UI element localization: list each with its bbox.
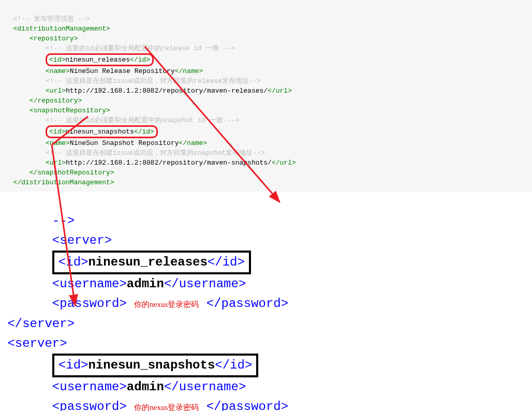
comment: !-- 这里的id必须要和全局配置中的release id 一致 --	[50, 45, 231, 52]
hint-text: 你的nexus登录密码	[134, 403, 199, 411]
highlight-snapshots-id: <id>ninesun_snapshots</id>	[46, 125, 158, 138]
settings-xml-snippet: --> <server> <id>ninesun_releases</id> <…	[0, 192, 532, 411]
comment: !-- 发布管理信息 --	[17, 15, 86, 23]
comment: !-- 这里的id必须要和全局配置中的snapshot id 一致 --	[50, 116, 235, 124]
highlight-releases-id: <id>ninesun_releases</id>	[46, 53, 154, 66]
comment: !-- 这里就是在创建issue成功后，对方回复的release发布地址--	[50, 77, 257, 85]
tag-snapshot-repo: snapshotRepository	[34, 107, 106, 114]
tag-distmgmt: distributionManagement	[17, 25, 106, 33]
box-snapshots-id: <id>ninesun_snapshots</id>	[52, 354, 259, 377]
box-releases-id: <id>ninesun_releases</id>	[52, 251, 251, 274]
tag-repository: repository	[34, 35, 74, 42]
hint-text: 你的nexus登录密码	[134, 300, 199, 309]
comment: !-- 这里就是在创建issue成功后，对方回复的snapshot发布地址--	[50, 149, 261, 157]
pom-xml-snippet: <!-- 发布管理信息 --> <distributionManagement>…	[0, 0, 532, 192]
